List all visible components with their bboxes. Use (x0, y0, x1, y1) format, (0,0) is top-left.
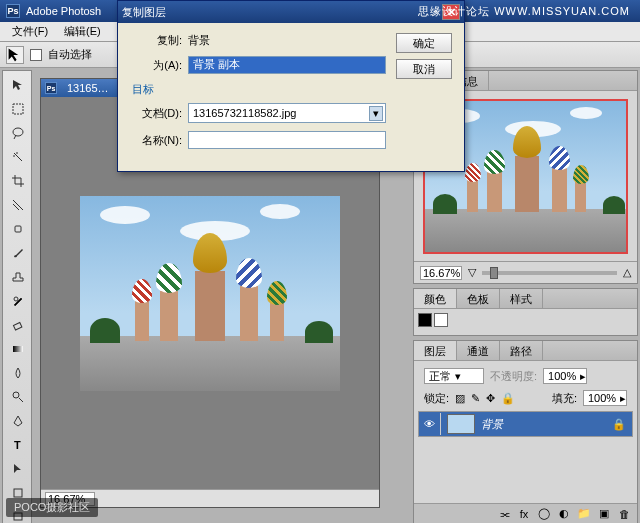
tab-styles[interactable]: 样式 (500, 289, 543, 308)
lock-position-icon[interactable]: ✥ (486, 392, 495, 405)
dodge-tool[interactable] (6, 386, 30, 408)
lock-label: 锁定: (424, 391, 449, 406)
auto-select-checkbox[interactable] (30, 49, 42, 61)
lock-all-icon[interactable]: 🔒 (501, 392, 515, 405)
adjustment-layer-icon[interactable]: ◐ (557, 507, 571, 521)
eraser-tool[interactable] (6, 314, 30, 336)
layer-row-background[interactable]: 👁 背景 🔒 (418, 411, 633, 437)
layer-group-icon[interactable]: 📁 (577, 507, 591, 521)
layer-thumbnail[interactable] (447, 414, 475, 434)
fill-field[interactable]: 100%▸ (583, 390, 627, 406)
dialog-titlebar[interactable]: 复制图层 ✕ (118, 1, 464, 23)
crop-tool[interactable] (6, 170, 30, 192)
tab-channels[interactable]: 通道 (457, 341, 500, 360)
brush-tool[interactable] (6, 242, 30, 264)
zoom-out-icon[interactable]: ▽ (468, 266, 476, 279)
delete-layer-icon[interactable]: 🗑 (617, 507, 631, 521)
svg-rect-2 (15, 226, 21, 232)
move-tool[interactable] (6, 74, 30, 96)
marquee-tool[interactable] (6, 98, 30, 120)
tab-color[interactable]: 颜色 (414, 289, 457, 308)
type-tool[interactable]: T (6, 434, 30, 456)
chevron-down-icon: ▾ (369, 106, 383, 121)
layers-panel: 图层 通道 路径 正常▾ 不透明度: 100%▸ 锁定: ▨ ✎ ✥ 🔒 填充:… (413, 340, 638, 523)
name-input[interactable] (188, 131, 386, 149)
ok-button[interactable]: 确定 (396, 33, 452, 53)
as-input[interactable]: 背景 副本 (188, 56, 386, 74)
swatch[interactable] (418, 313, 432, 327)
navigator-zoom-field[interactable]: 16.67% (420, 266, 462, 280)
duplicate-label: 复制: (130, 33, 182, 48)
dialog-title-text: 复制图层 (122, 5, 166, 20)
slice-tool[interactable] (6, 194, 30, 216)
as-label: 为(A): (130, 58, 182, 73)
watermark-top: 思缘设计论坛 WWW.MISSYUAN.COM (418, 4, 630, 19)
document-title: 13165… (67, 82, 109, 94)
stamp-tool[interactable] (6, 266, 30, 288)
svg-text:T: T (14, 439, 21, 451)
svg-rect-5 (13, 346, 23, 352)
move-tool-indicator[interactable] (6, 46, 24, 64)
pen-tool[interactable] (6, 410, 30, 432)
cancel-button[interactable]: 取消 (396, 59, 452, 79)
tab-layers[interactable]: 图层 (414, 341, 457, 360)
blur-tool[interactable] (6, 362, 30, 384)
tab-paths[interactable]: 路径 (500, 341, 543, 360)
layer-name: 背景 (481, 417, 503, 432)
lasso-tool[interactable] (6, 122, 30, 144)
zoom-in-icon[interactable]: △ (623, 266, 631, 279)
swatch[interactable] (434, 313, 448, 327)
lock-paint-icon[interactable]: ✎ (471, 392, 480, 405)
gradient-tool[interactable] (6, 338, 30, 360)
menu-edit[interactable]: 编辑(E) (56, 24, 109, 39)
app-title: Adobe Photosh (26, 5, 101, 17)
document-label: 文档(D): (130, 106, 182, 121)
svg-point-3 (14, 297, 18, 301)
lock-transparency-icon[interactable]: ▨ (455, 392, 465, 405)
fill-label: 填充: (552, 391, 577, 406)
svg-rect-4 (13, 322, 21, 329)
svg-rect-0 (13, 104, 23, 114)
canvas-image (80, 196, 340, 391)
svg-point-1 (13, 128, 23, 136)
photoshop-app-icon: Ps (6, 4, 20, 18)
svg-point-6 (13, 392, 19, 398)
name-label: 名称(N): (130, 133, 182, 148)
color-panel: 颜色 色板 样式 (413, 288, 638, 336)
toolbox: T (2, 70, 32, 523)
svg-rect-8 (14, 489, 22, 497)
duplicate-layer-dialog: 复制图层 ✕ 复制: 背景 为(A): 背景 副本 目标 文档(D): 1316… (117, 0, 465, 172)
heal-tool[interactable] (6, 218, 30, 240)
auto-select-label: 自动选择 (48, 47, 92, 62)
visibility-toggle-icon[interactable]: 👁 (419, 413, 441, 435)
watermark-bottom: POCO摄影社区 (6, 498, 98, 517)
duplicate-value: 背景 (188, 33, 210, 48)
opacity-field[interactable]: 100%▸ (543, 368, 587, 384)
lock-icon: 🔒 (612, 418, 626, 431)
document-select[interactable]: 13165732118582.jpg ▾ (188, 103, 386, 123)
layer-mask-icon[interactable]: ◯ (537, 507, 551, 521)
document-icon: Ps (45, 82, 57, 94)
new-layer-icon[interactable]: ▣ (597, 507, 611, 521)
blend-mode-select[interactable]: 正常▾ (424, 368, 484, 384)
menu-file[interactable]: 文件(F) (4, 24, 56, 39)
path-select-tool[interactable] (6, 458, 30, 480)
history-brush-tool[interactable] (6, 290, 30, 312)
opacity-label: 不透明度: (490, 369, 537, 384)
link-layers-icon[interactable]: ⫘ (497, 507, 511, 521)
wand-tool[interactable] (6, 146, 30, 168)
layer-fx-icon[interactable]: fx (517, 507, 531, 521)
tab-swatches[interactable]: 色板 (457, 289, 500, 308)
zoom-slider[interactable] (482, 271, 617, 275)
target-section-label: 目标 (132, 82, 386, 97)
